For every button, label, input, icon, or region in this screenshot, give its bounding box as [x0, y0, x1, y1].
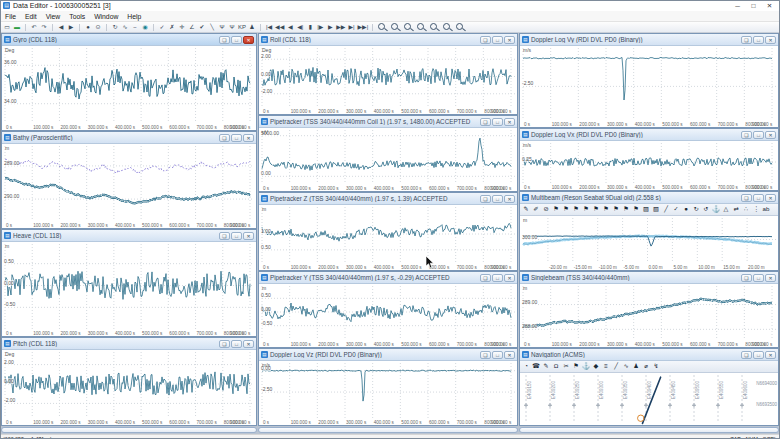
angle-icon[interactable]: ∠ — [188, 23, 196, 32]
bolt-icon[interactable]: ↯ — [652, 362, 660, 371]
zoom-in-icon[interactable] — [378, 23, 385, 30]
maximize-button[interactable]: □ — [746, 1, 761, 11]
panel-titlebar-multibeam[interactable]: ▤Multibeam (Reson Seabat 9Dual old) (2.5… — [520, 192, 778, 204]
panel-maximize-button[interactable]: □ — [231, 36, 242, 44]
panel-minimize-button[interactable]: ❏ — [480, 195, 491, 203]
panel-maximize-button[interactable]: □ — [753, 351, 764, 359]
pawn-icon[interactable]: ♟ — [632, 362, 640, 371]
panel-maximize-button[interactable]: □ — [753, 194, 764, 202]
panel-maximize-button[interactable]: □ — [753, 131, 764, 139]
flag-icon[interactable]: ⚑ — [572, 362, 580, 371]
check-icon[interactable]: ✔ — [198, 23, 206, 32]
panel-maximize-button[interactable]: □ — [492, 274, 503, 282]
minimize-button[interactable]: ─ — [730, 1, 745, 11]
pen-icon[interactable]: ✐ — [532, 205, 540, 214]
sail-icon[interactable]: ◆ — [592, 362, 600, 371]
panel-titlebar-singlebeam[interactable]: ▤Singlebeam (TSS 340/440/440mm)❏□✕ — [520, 272, 778, 284]
more-icon[interactable]: ⋮ — [752, 205, 760, 214]
flag-icon[interactable]: ⚑ — [622, 205, 630, 214]
menu-edit[interactable]: Edit — [25, 13, 37, 20]
chart-bathy[interactable]: 0 s100.000 s200.000 s300.000 s400.000 s5… — [2, 144, 256, 228]
menu-view[interactable]: View — [46, 13, 61, 20]
rotate-cw-icon[interactable]: ↻ — [692, 205, 700, 214]
horizontal-scrollbar[interactable] — [258, 427, 518, 433]
anchor-icon[interactable]: ⚓ — [582, 362, 590, 371]
panel-titlebar-roll[interactable]: ▤Roll (CDL 118)❏□✕ — [259, 34, 517, 46]
panel-minimize-button[interactable]: ❏ — [741, 351, 752, 359]
horizontal-scrollbar[interactable] — [1, 427, 257, 433]
panel-titlebar-nav[interactable]: ▤Navigation (ACMS)❏□✕ — [520, 349, 778, 361]
panel-maximize-button[interactable]: □ — [231, 134, 242, 142]
flag-icon[interactable]: ⚑ — [572, 205, 580, 214]
panel-minimize-button[interactable]: ❏ — [219, 134, 230, 142]
chart-nav[interactable]: E409150E409200E409250E409300E409350E4094… — [520, 373, 778, 425]
step-left-icon[interactable]: ◀ — [57, 23, 65, 32]
panel-close-button[interactable]: ✕ — [504, 274, 515, 282]
select-icon[interactable]: ✛ — [178, 23, 186, 32]
fast-forward-icon[interactable]: ▶▶ — [336, 23, 345, 32]
panel-titlebar-dvx[interactable]: ▤Doppler Log Vx (RDI DVL PD0 (Binary))❏□… — [520, 129, 778, 141]
save-icon[interactable]: ▬ — [13, 23, 21, 32]
panel-minimize-button[interactable]: ❏ — [480, 118, 491, 126]
panel-close-button[interactable]: ✕ — [243, 340, 254, 348]
panel-titlebar-pty[interactable]: ▤Pipetracker Y (TSS 340/440/440mm) (1.97… — [259, 272, 517, 284]
panel-titlebar-bathy[interactable]: ▤Bathy (Paroscientific)❏□✕ — [2, 132, 256, 144]
cut-icon[interactable]: ✂ — [562, 362, 570, 371]
warning-icon[interactable]: △ — [722, 205, 730, 214]
zoom-out-icon[interactable] — [391, 23, 398, 30]
globe-icon[interactable]: ◉ — [141, 23, 149, 32]
panel-close-button[interactable]: ✕ — [504, 36, 515, 44]
panel-titlebar-ptcoil[interactable]: ▤Pipetracker (TSS 340/440/440mm Coil 1) … — [259, 116, 517, 128]
panel-close-button[interactable]: ✕ — [765, 194, 776, 202]
undo-icon[interactable]: ↶ — [30, 23, 38, 32]
panel-minimize-button[interactable]: ❏ — [741, 194, 752, 202]
panel-minimize-button[interactable]: ❏ — [480, 36, 491, 44]
chart-dvx[interactable]: 0 s100.000 s200.000 s300.000 s400.000 s5… — [520, 141, 778, 190]
pause-icon[interactable]: ▮ — [306, 23, 314, 32]
slope-icon[interactable]: ╲ — [208, 23, 216, 32]
chart-pitch[interactable]: 0 s100.000 s200.000 s300.000 s400.000 s5… — [2, 350, 256, 425]
panel-minimize-button[interactable]: ❏ — [741, 36, 752, 44]
play-forward-icon[interactable]: |▶ — [316, 23, 324, 32]
hatch-icon[interactable]: ▧ — [652, 205, 660, 214]
panel-close-button[interactable]: ✕ — [504, 351, 515, 359]
chart-ptz[interactable]: 0 s100.000 s200.000 s300.000 s400.000 s5… — [259, 205, 517, 270]
wave-icon[interactable]: ∿ — [622, 362, 630, 371]
chart-pty[interactable]: 0 s100.000 s200.000 s300.000 s400.000 s5… — [259, 284, 517, 347]
panel-close-button[interactable]: ✕ — [765, 131, 776, 139]
menu-window[interactable]: Window — [94, 13, 118, 20]
chart-dvy[interactable]: 0 s100.000 s200.000 s300.000 s400.000 s5… — [520, 46, 778, 127]
flag-icon[interactable]: ⚑ — [552, 205, 560, 214]
panel-maximize-button[interactable]: □ — [492, 195, 503, 203]
flag-icon[interactable]: ⚑ — [582, 205, 590, 214]
accept-icon[interactable]: ✓ — [158, 23, 166, 32]
panel-maximize-button[interactable]: □ — [753, 36, 764, 44]
panel-minimize-button[interactable]: ❏ — [219, 232, 230, 240]
panel-close-button[interactable]: ✕ — [243, 36, 254, 44]
panel-titlebar-heave[interactable]: ▤Heave (CDL 118)❏□✕ — [2, 230, 256, 242]
chart-gyro[interactable]: 0 s100.000 s200.000 s300.000 s400.000 s5… — [2, 46, 256, 130]
panel-close-button[interactable]: ✕ — [243, 232, 254, 240]
menu-tools[interactable]: Tools — [69, 13, 85, 20]
erase-icon[interactable]: ⊘ — [542, 205, 550, 214]
flag-icon[interactable]: ⚑ — [592, 205, 600, 214]
chart-multibeam[interactable]: -20.00 m-15.00 m-10.00 m-5.00 m0.00 m5.0… — [520, 216, 778, 270]
chart-ptcoil[interactable]: 0 s100.000 s200.000 s300.000 s400.000 s5… — [259, 128, 517, 191]
panel-titlebar-gyro[interactable]: ▤Gyro (CDL 118)❏□✕ — [2, 34, 256, 46]
despike-icon[interactable]: Ψ — [218, 23, 226, 32]
menu-file[interactable]: File — [5, 13, 16, 20]
redo-icon[interactable]: ↷ — [40, 23, 48, 32]
record-icon[interactable]: ● — [84, 23, 92, 32]
info-icon[interactable]: ⊙ — [94, 23, 102, 32]
horizontal-scrollbar[interactable] — [519, 427, 779, 433]
list-icon[interactable]: ≡ — [602, 362, 610, 371]
panel-maximize-button[interactable]: □ — [492, 36, 503, 44]
phone-icon[interactable]: ☎ — [532, 362, 540, 371]
panel-maximize-button[interactable]: □ — [492, 351, 503, 359]
panel-maximize-button[interactable]: □ — [231, 340, 242, 348]
panel-titlebar-pitch[interactable]: ▤Pitch (CDL 118)❏□✕ — [2, 338, 256, 350]
panel-minimize-button[interactable]: ❏ — [741, 274, 752, 282]
pencil-icon[interactable]: ✎ — [522, 205, 530, 214]
profile-icon[interactable]: ♟ — [248, 23, 256, 32]
chart-heave[interactable]: 0 s100.000 s200.000 s300.000 s400.000 s5… — [2, 242, 256, 336]
